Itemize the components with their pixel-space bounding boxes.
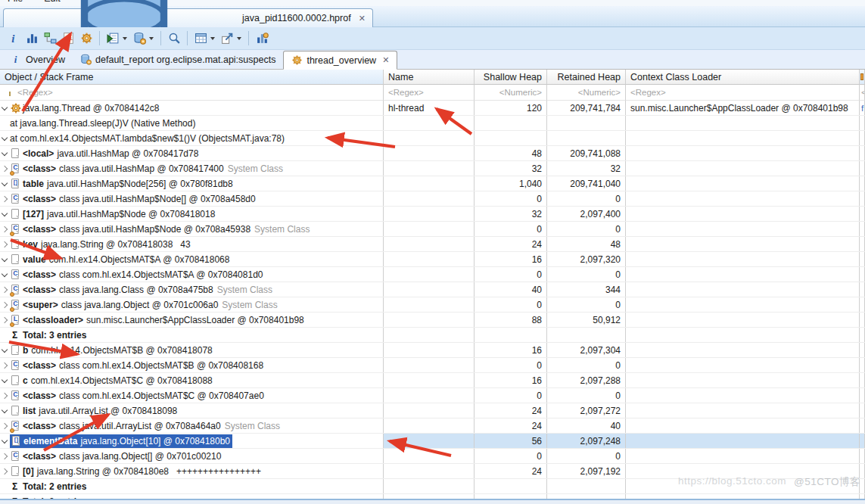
tree-cell[interactable]: C<class>class java.util.HashMap$Node @ 0…	[0, 222, 384, 236]
tree-cell[interactable]: [0]java.lang.String @ 0x7084180e8 ++++++…	[0, 464, 384, 478]
tree-cell[interactable]: C<class>class java.util.HashMap @ 0x7084…	[0, 161, 384, 176]
dropdown-arrow-icon[interactable]	[237, 37, 241, 40]
tree-cell[interactable]: ccom.hl.ex14.ObjectsMAT$C @ 0x708418088	[0, 373, 384, 387]
heap-dump-report-button[interactable]	[130, 30, 148, 48]
tree-row[interactable]: C<class>class com.hl.ex14.ObjectsMAT$C @…	[0, 388, 865, 403]
tree-cell[interactable]: <local>java.util.HashMap @ 0x708417d78	[0, 146, 384, 160]
tree-row[interactable]: C<class>class com.hl.ex14.ObjectsMAT$B @…	[0, 358, 865, 373]
chevron-right-icon[interactable]	[0, 314, 10, 326]
chevron-down-icon[interactable]	[0, 178, 10, 190]
editor-tab-hprof[interactable]: java_pid11600.0002.hprof ✕	[3, 8, 373, 27]
chevron-down-icon[interactable]	[0, 208, 10, 220]
tree-cell[interactable]: java.lang.Thread @ 0x7084142c8	[0, 101, 384, 115]
histogram-button[interactable]	[23, 30, 41, 48]
tree-row[interactable]: valuecom.hl.ex14.ObjectsMAT$A @ 0x708418…	[0, 252, 865, 267]
chevron-down-icon[interactable]	[0, 148, 10, 160]
tree-row[interactable]: C<super>class java.lang.Object @ 0x701c0…	[0, 297, 865, 313]
tree-cell[interactable]: at com.hl.ex14.ObjectsMAT.lambda$new$1()…	[0, 131, 384, 145]
chevron-right-icon[interactable]	[0, 238, 10, 250]
filter-cell[interactable]: <Numeric>	[547, 85, 626, 101]
chevron-right-icon[interactable]	[0, 193, 10, 205]
tree-cell[interactable]: valuecom.hl.ex14.ObjectsMAT$A @ 0x708418…	[0, 252, 384, 266]
tree-row[interactable]: C<class>class java.lang.Object[] @ 0x701…	[0, 449, 865, 464]
tree-row[interactable]: Total: 3 entries	[0, 328, 865, 343]
thread-overview-button[interactable]	[77, 30, 95, 48]
tree-row[interactable]: C<class>class java.util.ArrayList @ 0x70…	[0, 418, 865, 434]
filter-cell[interactable]: <Regex>	[0, 85, 384, 101]
tree-cell[interactable]: [127]java.util.HashMap$Node @ 0x70841801…	[0, 207, 384, 221]
tree-row[interactable]: <local>java.util.HashMap @ 0x708417d7848…	[0, 146, 865, 161]
column-header-context-class-loader[interactable]: Context Class Loader	[626, 70, 860, 85]
chevron-right-icon[interactable]	[0, 284, 10, 296]
tree-row[interactable]: L<classloader>sun.misc.Launcher$AppClass…	[0, 313, 865, 328]
tree-cell[interactable]: bcom.hl.ex14.ObjectsMAT$B @ 0x708418078	[0, 343, 384, 357]
tree-cell[interactable]: C<class>class java.lang.Class @ 0x708a47…	[0, 282, 384, 297]
close-icon[interactable]: ✕	[382, 55, 389, 65]
chevron-right-icon[interactable]	[0, 450, 10, 462]
column-header-name[interactable]: Name	[384, 70, 475, 85]
tree-cell[interactable]: keyjava.lang.String @ 0x708418038 43	[0, 237, 384, 251]
tab-default_report[interactable]: default_report org.eclipse.mat.api:suspe…	[73, 50, 283, 69]
chevron-down-icon[interactable]	[0, 435, 10, 447]
tree-cell[interactable]: []elementDatajava.lang.Object[10] @ 0x70…	[0, 434, 384, 448]
tree-cell[interactable]: C<class>class java.util.ArrayList @ 0x70…	[0, 418, 384, 433]
search-button[interactable]	[165, 30, 183, 48]
tree-cell[interactable]: C<class>class com.hl.ex14.ObjectsMAT$C @…	[0, 388, 384, 403]
tree-cell[interactable]: C<class>class java.util.HashMap$Node[] @…	[0, 191, 384, 206]
column-header-shallow-heap[interactable]: Shallow Heap	[475, 70, 547, 85]
tree-row[interactable]: C<class>class java.util.HashMap @ 0x7084…	[0, 161, 865, 176]
tree-row[interactable]: C<class>class java.util.HashMap$Node @ 0…	[0, 222, 865, 237]
chevron-down-icon[interactable]	[0, 269, 10, 281]
chevron-down-icon[interactable]	[0, 254, 10, 266]
tree-row[interactable]: C<class>class java.lang.Class @ 0x708a47…	[0, 282, 865, 297]
export-button[interactable]	[218, 30, 236, 48]
calculate-retained-size-button[interactable]	[191, 30, 210, 48]
chevron-down-icon[interactable]	[0, 375, 10, 387]
tree-cell[interactable]: C<class>class java.lang.Object[] @ 0x701…	[0, 449, 384, 463]
column-header-retained-heap[interactable]: Retained Heap	[547, 70, 626, 85]
chevron-down-icon[interactable]	[0, 132, 10, 145]
tab-overview[interactable]: Overview	[3, 50, 73, 69]
tree-row[interactable]: ccom.hl.ex14.ObjectsMAT$C @ 0x7084180881…	[0, 373, 865, 388]
tree-cell[interactable]: at java.lang.Thread.sleep(J)V (Native Me…	[0, 116, 384, 130]
dropdown-arrow-icon[interactable]	[149, 37, 154, 40]
tree-row[interactable]: C<class>class java.util.HashMap$Node[] @…	[0, 191, 865, 207]
tree-cell[interactable]: C<class>class com.hl.ex14.ObjectsMAT$B @…	[0, 358, 384, 372]
tree-row[interactable]: listjava.util.ArrayList @ 0x708418098242…	[0, 403, 865, 418]
tree-cell[interactable]: Total: 2 entries	[0, 479, 384, 493]
tree-row[interactable]: [127]java.util.HashMap$Node @ 0x70841801…	[0, 207, 865, 222]
tree-cell[interactable]: L<classloader>sun.misc.Launcher$AppClass…	[0, 313, 384, 327]
dropdown-arrow-icon[interactable]	[123, 37, 127, 40]
tree-cell[interactable]: listjava.util.ArrayList @ 0x708418098	[0, 403, 384, 418]
tree-row[interactable]: C<class>class com.hl.ex14.ObjectsMAT$A @…	[0, 267, 865, 282]
tree-cell[interactable]: []tablejava.util.HashMap$Node[256] @ 0x7…	[0, 176, 384, 191]
oql-button[interactable]	[59, 30, 77, 48]
tree-row[interactable]: keyjava.lang.String @ 0x708418038 432448	[0, 237, 865, 252]
tab-thread_overview[interactable]: thread_overview✕	[283, 51, 397, 70]
chevron-down-icon[interactable]	[0, 344, 10, 356]
tree-row[interactable]: bcom.hl.ex14.ObjectsMAT$B @ 0x7084180781…	[0, 343, 865, 358]
chevron-right-icon[interactable]	[0, 390, 10, 402]
run-report-button[interactable]	[104, 30, 122, 48]
chevron-down-icon[interactable]	[0, 102, 10, 114]
dropdown-arrow-icon[interactable]	[210, 37, 215, 40]
close-icon[interactable]: ✕	[359, 14, 366, 23]
tree-row[interactable]: []tablejava.util.HashMap$Node[256] @ 0x7…	[0, 176, 865, 191]
compare-button[interactable]	[253, 30, 271, 48]
chevron-right-icon[interactable]	[0, 465, 10, 478]
dominator-tree-button[interactable]	[41, 30, 59, 48]
filter-cell[interactable]: <Regex>	[384, 85, 475, 101]
tree-row[interactable]: []elementDatajava.lang.Object[10] @ 0x70…	[0, 434, 865, 449]
chevron-right-icon[interactable]	[0, 420, 10, 432]
chevron-down-icon[interactable]	[0, 405, 10, 417]
tree-row[interactable]: at java.lang.Thread.sleep(J)V (Native Me…	[0, 116, 865, 131]
column-header-object-stack-frame[interactable]: Object / Stack Frame	[0, 70, 384, 85]
tree-cell[interactable]: C<super>class java.lang.Object @ 0x701c0…	[0, 297, 384, 312]
chevron-right-icon[interactable]	[0, 223, 10, 235]
chevron-right-icon[interactable]	[0, 299, 10, 311]
tree-row[interactable]: java.lang.Thread @ 0x7084142c8hl-thread1…	[0, 101, 865, 116]
filter-cell[interactable]: <Regex>	[626, 85, 860, 101]
info-button[interactable]	[5, 30, 23, 48]
tree-row[interactable]: at com.hl.ex14.ObjectsMAT.lambda$new$1()…	[0, 131, 865, 146]
chevron-right-icon[interactable]	[0, 163, 10, 175]
